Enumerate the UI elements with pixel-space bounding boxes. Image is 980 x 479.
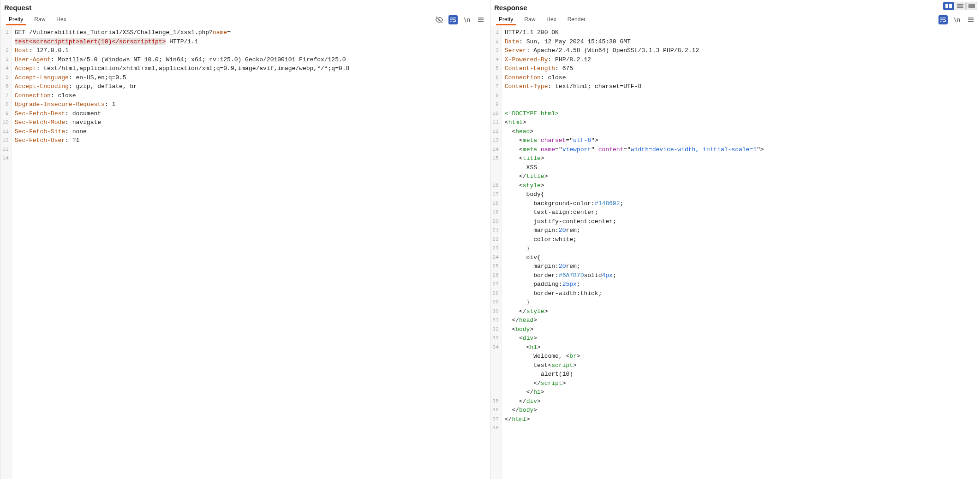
wrap-lines-icon[interactable]	[938, 15, 948, 24]
hamburger-icon[interactable]	[966, 15, 975, 24]
hamburger-icon[interactable]	[476, 15, 485, 24]
request-tabbar: Pretty Raw Hex \n	[0, 13, 490, 26]
request-tools: \n	[435, 15, 487, 24]
svg-rect-4	[968, 4, 975, 8]
newline-icon[interactable]: \n	[952, 15, 962, 24]
svg-rect-0	[945, 4, 948, 8]
tab-render[interactable]: Render	[562, 14, 591, 25]
layout-single-button[interactable]	[966, 2, 977, 10]
response-header: Response	[490, 0, 980, 13]
tab-raw[interactable]: Raw	[29, 14, 51, 25]
tab-hex[interactable]: Hex	[51, 14, 72, 25]
svg-rect-2	[957, 4, 963, 6]
svg-rect-1	[949, 4, 952, 8]
layout-controls	[943, 2, 977, 10]
response-code[interactable]: HTTP/1.1 200 OKDate: Sun, 12 May 2024 15…	[502, 26, 767, 479]
wrap-lines-icon[interactable]	[448, 15, 458, 24]
request-title: Request	[4, 4, 31, 12]
request-header: Request	[0, 0, 490, 13]
tab-pretty[interactable]: Pretty	[3, 14, 29, 25]
newline-icon[interactable]: \n	[462, 15, 472, 24]
response-tabbar: Pretty Raw Hex Render \n	[490, 13, 980, 26]
request-gutter: 1234567891011121314	[0, 26, 12, 479]
app-root: Request Pretty Raw Hex \n 12345678910111…	[0, 0, 980, 479]
tab-pretty[interactable]: Pretty	[493, 14, 519, 25]
request-code[interactable]: GET /Vulnerabilities_Tutorial/XSS/Challe…	[12, 26, 353, 479]
response-editor[interactable]: 1234567891011121314151617181920212223242…	[490, 26, 980, 479]
request-panel: Request Pretty Raw Hex \n 12345678910111…	[0, 0, 490, 479]
response-title: Response	[494, 4, 527, 12]
tab-hex[interactable]: Hex	[541, 14, 562, 25]
layout-split-button[interactable]	[943, 2, 954, 10]
tab-raw[interactable]: Raw	[519, 14, 541, 25]
request-editor[interactable]: 1234567891011121314 GET /Vulnerabilities…	[0, 26, 490, 479]
visibility-off-icon[interactable]	[435, 15, 444, 24]
response-gutter: 1234567891011121314151617181920212223242…	[490, 26, 502, 479]
response-panel: Response Pretty Raw Hex Render \n 123456…	[490, 0, 980, 479]
svg-rect-3	[957, 6, 963, 8]
layout-stack-button[interactable]	[955, 2, 966, 10]
response-tools: \n	[938, 15, 977, 24]
